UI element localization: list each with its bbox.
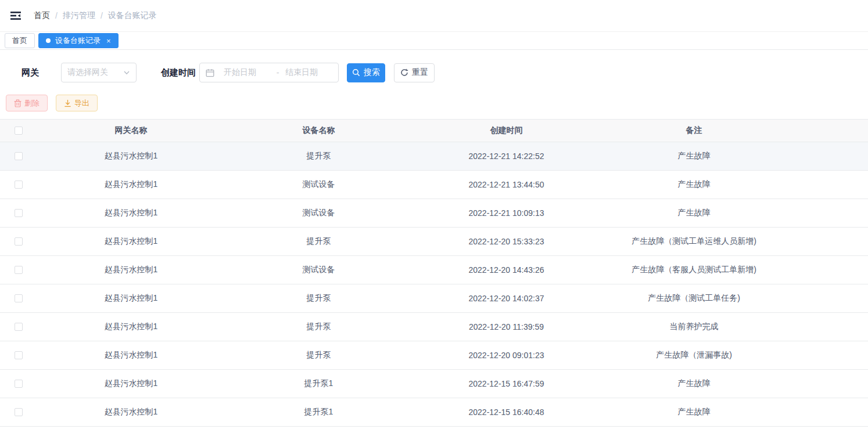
cell-remark: 产生故障 <box>600 407 788 417</box>
gateway-label: 网关 <box>21 67 49 78</box>
cell-created: 2022-12-21 13:44:50 <box>413 180 600 189</box>
row-checkbox[interactable] <box>15 237 23 246</box>
row-checkbox[interactable] <box>15 181 23 189</box>
table-row[interactable]: 赵县污水控制1 提升泵1 2022-12-15 16:40:48 产生故障 <box>0 398 868 427</box>
table-row[interactable]: 赵县污水控制1 测试设备 2022-12-21 10:09:13 产生故障 <box>0 199 868 228</box>
date-range-picker[interactable]: 开始日期 - 结束日期 <box>199 63 339 82</box>
delete-button[interactable]: 删除 <box>6 95 48 111</box>
cell-device: 提升泵 <box>225 293 413 304</box>
row-checkbox[interactable] <box>15 294 23 302</box>
filter-bar: 网关 请选择网关 创建时间 开始日期 - 结束日期 搜索 <box>21 63 868 82</box>
cell-remark: 产生故障（测试工单任务) <box>600 293 788 304</box>
gateway-select[interactable]: 请选择网关 <box>61 63 137 82</box>
active-dot-icon <box>46 38 51 43</box>
column-header-device: 设备名称 <box>225 125 413 136</box>
cell-gateway: 赵县污水控制1 <box>37 378 225 389</box>
created-time-label: 创建时间 <box>161 67 199 78</box>
tab-device-ledger[interactable]: 设备台账记录 × <box>38 33 119 48</box>
search-icon <box>352 68 360 77</box>
cell-created: 2022-12-20 09:01:23 <box>413 351 600 360</box>
select-all-cell <box>0 127 37 135</box>
tab-close-icon[interactable]: × <box>106 37 111 45</box>
search-button[interactable]: 搜索 <box>347 63 385 82</box>
cell-gateway: 赵县污水控制1 <box>37 350 225 360</box>
select-all-checkbox[interactable] <box>15 127 23 135</box>
cell-device: 提升泵1 <box>225 378 413 389</box>
row-checkbox[interactable] <box>15 380 23 388</box>
table-row[interactable]: 赵县污水控制1 提升泵 2022-12-21 14:22:52 产生故障 <box>0 142 868 171</box>
column-header-gateway: 网关名称 <box>37 125 225 136</box>
table-row[interactable]: 赵县污水控制1 提升泵1 2022-12-15 16:47:59 产生故障 <box>0 370 868 398</box>
tab-home-label: 首页 <box>12 35 27 46</box>
cell-gateway: 赵县污水控制1 <box>37 179 225 190</box>
cell-gateway: 赵县污水控制1 <box>37 293 225 304</box>
table-row[interactable]: 赵县污水控制1 提升泵 2022-12-20 15:33:23 产生故障（测试工… <box>0 228 868 256</box>
row-checkbox[interactable] <box>15 323 23 331</box>
row-checkbox[interactable] <box>15 351 23 359</box>
cell-remark: 产生故障（测试工单运维人员新增) <box>600 236 788 247</box>
reset-button[interactable]: 重置 <box>394 63 435 82</box>
date-end-input[interactable]: 结束日期 <box>285 67 332 78</box>
delete-button-label: 删除 <box>24 98 40 109</box>
cell-created: 2022-12-15 16:40:48 <box>413 407 600 417</box>
cell-device: 提升泵 <box>225 236 413 247</box>
refresh-icon <box>400 68 408 77</box>
breadcrumb-item-device-ledger: 设备台账记录 <box>108 10 157 21</box>
cell-remark: 当前养护完成 <box>600 322 788 332</box>
row-checkbox-cell <box>0 408 37 416</box>
cell-device: 测试设备 <box>225 265 413 275</box>
search-button-label: 搜索 <box>364 67 380 78</box>
breadcrumb-item-drain-management[interactable]: 排污管理 <box>63 10 95 21</box>
date-start-input[interactable]: 开始日期 <box>224 67 270 78</box>
cell-gateway: 赵县污水控制1 <box>37 265 225 275</box>
calendar-icon <box>206 68 214 77</box>
cell-device: 提升泵 <box>225 350 413 360</box>
row-checkbox-cell <box>0 294 37 302</box>
cell-created: 2022-12-21 10:09:13 <box>413 208 600 218</box>
breadcrumb-item-home[interactable]: 首页 <box>34 10 50 21</box>
row-checkbox-cell <box>0 351 37 359</box>
row-checkbox-cell <box>0 266 37 274</box>
chevron-down-icon <box>123 69 130 76</box>
date-range-separator: - <box>270 68 285 77</box>
row-checkbox[interactable] <box>15 266 23 274</box>
table-row[interactable]: 赵县污水控制1 提升泵 2022-12-20 11:39:59 当前养护完成 <box>0 313 868 341</box>
cell-remark: 产生故障 <box>600 208 788 218</box>
export-button-label: 导出 <box>74 98 89 109</box>
action-bar: 删除 导出 <box>6 95 868 111</box>
cell-created: 2022-12-20 11:39:59 <box>413 322 600 331</box>
trash-icon <box>14 99 21 107</box>
cell-remark: 产生故障（泄漏事故) <box>600 350 788 360</box>
table-row[interactable]: 赵县污水控制1 提升泵 2022-12-20 14:02:37 产生故障（测试工… <box>0 284 868 313</box>
cell-created: 2022-12-21 14:22:52 <box>413 152 600 161</box>
export-button[interactable]: 导出 <box>56 95 98 111</box>
row-checkbox[interactable] <box>15 152 23 160</box>
cell-remark: 产生故障（客服人员测试工单新增) <box>600 265 788 275</box>
download-icon <box>64 99 71 107</box>
cell-device: 提升泵1 <box>225 407 413 417</box>
table-body: 赵县污水控制1 提升泵 2022-12-21 14:22:52 产生故障 赵县污… <box>0 142 868 427</box>
table-row[interactable]: 赵县污水控制1 测试设备 2022-12-21 13:44:50 产生故障 <box>0 171 868 199</box>
row-checkbox-cell <box>0 152 37 160</box>
row-checkbox[interactable] <box>15 209 23 217</box>
row-checkbox[interactable] <box>15 408 23 416</box>
cell-remark: 产生故障 <box>600 151 788 161</box>
gateway-select-placeholder: 请选择网关 <box>67 67 108 78</box>
table-row[interactable]: 赵县污水控制1 测试设备 2022-12-20 14:43:26 产生故障（客服… <box>0 256 868 284</box>
tab-device-ledger-label: 设备台账记录 <box>55 35 101 46</box>
breadcrumb: 首页 / 排污管理 / 设备台账记录 <box>34 10 157 21</box>
cell-device: 测试设备 <box>225 179 413 190</box>
cell-gateway: 赵县污水控制1 <box>37 322 225 332</box>
row-checkbox-cell <box>0 380 37 388</box>
tab-strip: 首页 设备台账记录 × <box>0 32 868 50</box>
cell-gateway: 赵县污水控制1 <box>37 151 225 161</box>
menu-fold-icon[interactable] <box>9 9 22 22</box>
ledger-table: 网关名称 设备名称 创建时间 备注 赵县污水控制1 提升泵 2022-12-21… <box>0 119 868 427</box>
cell-device: 提升泵 <box>225 151 413 161</box>
row-checkbox-cell <box>0 181 37 189</box>
tab-home[interactable]: 首页 <box>5 33 35 48</box>
cell-device: 测试设备 <box>225 208 413 218</box>
column-header-remark: 备注 <box>600 125 788 136</box>
table-row[interactable]: 赵县污水控制1 提升泵 2022-12-20 09:01:23 产生故障（泄漏事… <box>0 341 868 370</box>
breadcrumb-separator: / <box>55 11 58 20</box>
